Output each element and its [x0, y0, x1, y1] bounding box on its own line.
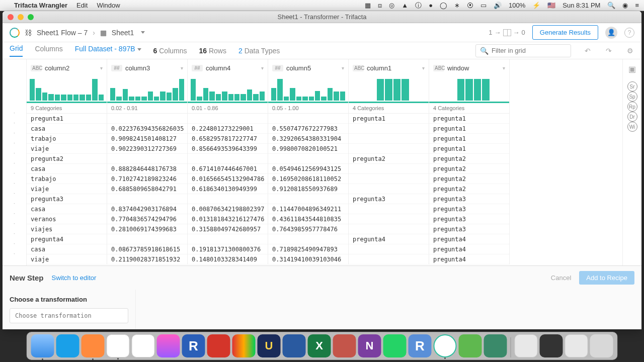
column-menu-icon[interactable]: ▾	[503, 65, 505, 71]
grid-cell[interactable]: 0.9120818550937689	[268, 184, 348, 194]
grid-cell[interactable]: casa	[27, 244, 107, 254]
help-button[interactable]: ?	[624, 28, 634, 38]
recipe-toggle-icon[interactable]: ▣	[628, 64, 637, 73]
dock-app[interactable]: U	[258, 334, 281, 357]
grid-cell[interactable]: 0.6885809658042791	[107, 184, 187, 194]
grid-cell[interactable]: pregunta1	[27, 114, 107, 124]
grid-cell[interactable]: pregunta4	[429, 234, 509, 244]
notification-center-icon[interactable]: ≡	[635, 2, 639, 9]
row-indicator[interactable]: ·	[3, 188, 26, 198]
grid-cell[interactable]: 0.43611843544810835	[268, 214, 348, 224]
dock-app-trifacta[interactable]	[434, 334, 457, 357]
dock-app-notes[interactable]	[132, 334, 155, 357]
dock-app-finder[interactable]	[31, 334, 54, 357]
row-indicator[interactable]: ·	[3, 218, 26, 228]
status-icon[interactable]: ◯	[440, 2, 447, 9]
grid-cell[interactable]: casa	[27, 164, 107, 174]
window-close-button[interactable]	[8, 14, 14, 20]
grid-cell[interactable]: pregunta2	[429, 154, 509, 164]
grid-cell[interactable]: pregunta4	[429, 244, 509, 254]
grid-cell[interactable]: 0.9098241501408127	[107, 134, 187, 144]
column-menu-icon[interactable]: ▾	[261, 65, 264, 71]
grid-cell[interactable]: 0.6582957817227747	[188, 134, 268, 144]
row-indicator[interactable]: ·	[3, 228, 26, 238]
macos-dock[interactable]: R U X N R	[27, 332, 618, 360]
dock-folder[interactable]	[565, 334, 588, 357]
status-icon[interactable]: ▦	[365, 2, 371, 9]
column-menu-icon[interactable]: ▾	[100, 65, 103, 71]
grid-cell[interactable]: trabajo	[27, 134, 107, 144]
row-indicator[interactable]: ·	[3, 148, 26, 158]
grid-cell[interactable]: casa	[27, 124, 107, 134]
status-icon[interactable]: ▲	[401, 2, 408, 9]
column-histogram[interactable]	[349, 76, 429, 102]
info-icon[interactable]: ⓘ	[415, 1, 422, 10]
row-indicator[interactable]: ·	[3, 128, 26, 138]
grid-cell[interactable]: pregunta1	[349, 114, 429, 124]
grid-cell[interactable]: 0.6714107446467001	[188, 164, 268, 174]
breadcrumb-dataset[interactable]: Sheet1	[112, 29, 134, 37]
dock-app-atom[interactable]	[459, 334, 482, 357]
grid-cell[interactable]: 0.013181843216127476	[188, 214, 268, 224]
spotlight-icon[interactable]: 🔍	[607, 2, 615, 9]
grid-cell[interactable]: pregunta2	[429, 174, 509, 184]
grid-cell[interactable]: pregunta2	[27, 154, 107, 164]
grid-cell[interactable]	[268, 194, 348, 204]
row-indicator[interactable]: ·	[3, 248, 26, 258]
grid-cell[interactable]: 0.8374042903176894	[107, 204, 187, 214]
column-name[interactable]: column5	[286, 64, 339, 72]
grid-cell[interactable]: viaje	[27, 144, 107, 154]
grid-cell[interactable]: casa	[27, 204, 107, 214]
grid-cell[interactable]: 0.05494612569943125	[268, 164, 348, 174]
grid-cell[interactable]: 0.7189825490947893	[268, 244, 348, 254]
grid-cell[interactable]	[188, 154, 268, 164]
recipe-step-badge[interactable]: Sr	[627, 81, 637, 92]
grid-cell[interactable]: 0.11447004896349211	[268, 204, 348, 214]
grid-cell[interactable]: pregunta2	[429, 164, 509, 174]
column-histogram[interactable]	[429, 76, 509, 102]
menu-edit[interactable]: Edit	[76, 2, 88, 9]
column-menu-icon[interactable]: ▾	[181, 65, 183, 71]
grid-cell[interactable]: pregunta2	[429, 184, 509, 194]
grid-filter[interactable]: 🔍	[475, 44, 571, 57]
dock-app-firefox[interactable]	[82, 334, 105, 357]
window-zoom-button[interactable]	[28, 14, 34, 20]
grid-cell[interactable]	[188, 234, 268, 244]
grid-cell[interactable]: 0.022376394356826035	[107, 124, 187, 134]
dropbox-icon[interactable]: ⧈	[378, 2, 382, 10]
grid-cell[interactable]	[349, 214, 429, 224]
grid-cell[interactable]	[268, 234, 348, 244]
grid-cell[interactable]	[349, 144, 429, 154]
grid-cell[interactable]: 0.016566545132904786	[188, 174, 268, 184]
dock-app-chrome[interactable]	[107, 334, 130, 357]
trifacta-logo-icon[interactable]	[10, 28, 20, 38]
grid-cell[interactable]: 0.8882846448176738	[107, 164, 187, 174]
row-indicator[interactable]: ·	[3, 168, 26, 178]
flag-icon[interactable]: 🇺🇸	[547, 2, 555, 9]
dock-folder[interactable]	[540, 334, 563, 357]
grid-cell[interactable]: pregunta3	[349, 194, 429, 204]
grid-cell[interactable]: 0.21190028371851932	[107, 254, 187, 264]
recipe-step-badge[interactable]: Wi	[627, 122, 637, 132]
grid-cell[interactable]: 0.224801273229001	[188, 124, 268, 134]
dock-app[interactable]	[333, 334, 356, 357]
grid-cell[interactable]: pregunta4	[27, 234, 107, 244]
row-indicator[interactable]: ·	[3, 138, 26, 148]
grid-cell[interactable]: 0.1480103328341409	[188, 254, 268, 264]
grid-cell[interactable]: 0.9980070820100521	[268, 144, 348, 154]
clock[interactable]: Sun 8:31 PM	[562, 2, 600, 9]
grid-cell[interactable]	[268, 154, 348, 164]
grid-cell[interactable]: 0.08673785918618615	[107, 244, 187, 254]
column-name[interactable]: column3	[125, 64, 178, 72]
dock-app-onenote[interactable]: N	[358, 334, 381, 357]
dock-app-whatsapp[interactable]	[383, 334, 407, 357]
grid-filter-input[interactable]	[492, 47, 567, 54]
tab-grid[interactable]: Grid	[10, 44, 23, 57]
grid-cell[interactable]	[349, 174, 429, 184]
grid-cell[interactable]: 0.7643985957778476	[268, 224, 348, 234]
grid-cell[interactable]	[188, 114, 268, 124]
dock-app[interactable]	[484, 334, 507, 357]
grid-cell[interactable]	[349, 164, 429, 174]
grid-cell[interactable]	[107, 194, 187, 204]
dock-app[interactable]	[207, 334, 230, 357]
